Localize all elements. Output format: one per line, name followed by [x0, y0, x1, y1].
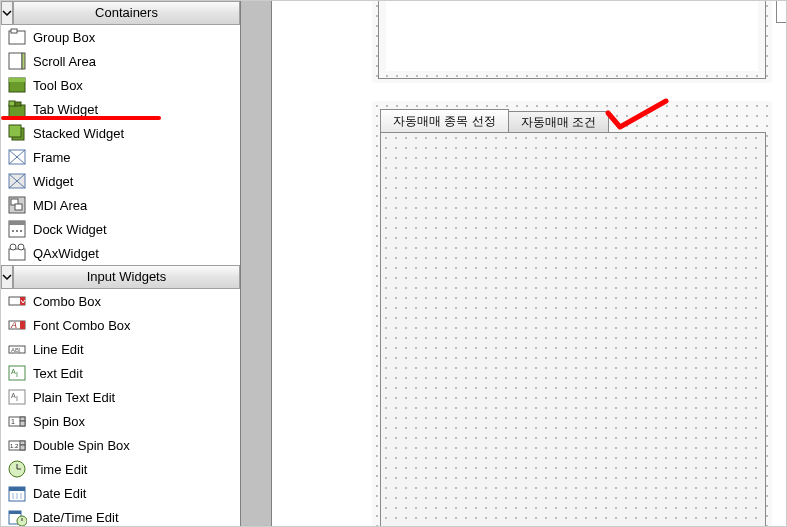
widget-item-groupbox[interactable]: Group Box — [1, 25, 240, 49]
svg-rect-58 — [9, 511, 21, 514]
widget-item-label: Spin Box — [33, 414, 85, 429]
widget-item-widget[interactable]: Widget — [1, 169, 240, 193]
widget-icon — [7, 171, 27, 191]
category-title: Input Widgets — [87, 269, 167, 284]
svg-rect-47 — [20, 441, 25, 445]
time-icon — [7, 459, 27, 479]
widget-item-mdiarea[interactable]: MDI Area — [1, 193, 240, 217]
widget-item-label: Line Edit — [33, 342, 84, 357]
svg-text:A: A — [10, 320, 17, 330]
tab-label: 자동매매 종목 선정 — [393, 114, 496, 128]
svg-rect-48 — [20, 445, 25, 450]
textedit-icon: AI — [7, 363, 27, 383]
widget-item-datetime[interactable]: Date/Time Edit — [1, 505, 240, 527]
svg-rect-43 — [20, 417, 25, 421]
existing-widget-inner — [386, 0, 758, 71]
widget-box-panel: Containers Group BoxScroll AreaTool BoxT… — [1, 1, 240, 527]
widget-item-stacked[interactable]: Stacked Widget — [1, 121, 240, 145]
widget-item-label: Frame — [33, 150, 71, 165]
widget-item-date[interactable]: Date Edit — [1, 481, 240, 505]
svg-text:I: I — [16, 395, 18, 402]
category-collapse-button-containers[interactable] — [1, 1, 13, 25]
widget-item-label: Double Spin Box — [33, 438, 130, 453]
svg-rect-25 — [9, 249, 25, 260]
widget-item-spin[interactable]: 1Spin Box — [1, 409, 240, 433]
svg-rect-10 — [9, 125, 21, 137]
widget-item-combo[interactable]: Combo Box — [1, 289, 240, 313]
widget-item-label: QAxWidget — [33, 246, 99, 261]
tab-page[interactable] — [380, 132, 766, 527]
widget-item-dspin[interactable]: 1.2Double Spin Box — [1, 433, 240, 457]
widget-item-label: Tool Box — [33, 78, 83, 93]
frame-icon — [7, 147, 27, 167]
svg-rect-19 — [15, 204, 22, 210]
widget-item-scrollarea[interactable]: Scroll Area — [1, 49, 240, 73]
annotation-underline — [1, 116, 161, 120]
svg-rect-53 — [9, 487, 25, 491]
dockwidget-icon — [7, 219, 27, 239]
widget-item-plaintext[interactable]: AIPlain Text Edit — [1, 385, 240, 409]
widget-list-inputwidgets: Combo BoxAFont Combo BoxAB|Line EditAITe… — [1, 289, 240, 527]
widget-item-dockwidget[interactable]: Dock Widget — [1, 217, 240, 241]
widget-item-textedit[interactable]: AIText Edit — [1, 361, 240, 385]
spin-icon: 1 — [7, 411, 27, 431]
widget-item-label: Stacked Widget — [33, 126, 124, 141]
widget-item-toolbox[interactable]: Tool Box — [1, 73, 240, 97]
widget-item-label: Group Box — [33, 30, 95, 45]
stacked-icon — [7, 123, 27, 143]
widget-item-label: Time Edit — [33, 462, 87, 477]
svg-rect-8 — [15, 102, 21, 106]
category-title: Containers — [95, 5, 158, 20]
form-design-canvas[interactable]: 자동매매 종목 선정 자동매매 조건 — [272, 1, 786, 527]
svg-rect-21 — [9, 221, 25, 225]
svg-point-24 — [20, 230, 22, 232]
tab-label: 자동매매 조건 — [521, 115, 596, 129]
svg-rect-44 — [20, 421, 25, 426]
widget-item-label: Widget — [33, 174, 73, 189]
splitter-gutter[interactable] — [240, 1, 272, 527]
svg-point-27 — [18, 244, 24, 250]
svg-text:1: 1 — [11, 418, 15, 425]
svg-text:AB|: AB| — [11, 347, 21, 353]
svg-rect-3 — [22, 53, 25, 69]
widget-item-label: Text Edit — [33, 366, 83, 381]
svg-point-22 — [12, 230, 14, 232]
tab-bar: 자동매매 종목 선정 자동매매 조건 — [380, 109, 764, 132]
svg-point-23 — [16, 230, 18, 232]
category-collapse-button-inputwidgets[interactable] — [1, 265, 13, 289]
category-header-inputwidgets[interactable]: Input Widgets — [13, 265, 240, 289]
widget-item-time[interactable]: Time Edit — [1, 457, 240, 481]
widget-item-label: Dock Widget — [33, 222, 107, 237]
clipped-frame-fragment — [776, 1, 786, 23]
widget-item-fontcombo[interactable]: AFont Combo Box — [1, 313, 240, 337]
combo-icon — [7, 291, 27, 311]
fontcombo-icon: A — [7, 315, 27, 335]
toolbox-icon — [7, 75, 27, 95]
svg-text:1.2: 1.2 — [10, 443, 19, 449]
widget-item-label: Date Edit — [33, 486, 86, 501]
widget-item-lineedit[interactable]: AB|Line Edit — [1, 337, 240, 361]
groupbox-icon — [7, 27, 27, 47]
widget-item-label: Date/Time Edit — [33, 510, 119, 525]
datetime-icon — [7, 507, 27, 527]
widget-item-frame[interactable]: Frame — [1, 145, 240, 169]
widget-item-label: Combo Box — [33, 294, 101, 309]
mdiarea-icon — [7, 195, 27, 215]
svg-text:I: I — [16, 371, 18, 378]
widget-item-label: MDI Area — [33, 198, 87, 213]
tab-auto-stock-select[interactable]: 자동매매 종목 선정 — [380, 109, 509, 133]
category-header-containers[interactable]: Containers — [13, 1, 240, 25]
svg-rect-5 — [9, 78, 25, 82]
qax-icon — [7, 243, 27, 263]
widget-list-containers: Group BoxScroll AreaTool BoxTab WidgetSt… — [1, 25, 240, 265]
plaintext-icon: AI — [7, 387, 27, 407]
svg-rect-1 — [11, 29, 17, 33]
widget-item-label: Scroll Area — [33, 54, 96, 69]
tab-widget[interactable]: 자동매매 종목 선정 자동매매 조건 — [380, 109, 764, 527]
widget-item-label: Tab Widget — [33, 102, 98, 117]
widget-item-label: Font Combo Box — [33, 318, 131, 333]
tab-auto-condition[interactable]: 자동매매 조건 — [508, 111, 609, 133]
date-icon — [7, 483, 27, 503]
widget-item-qax[interactable]: QAxWidget — [1, 241, 240, 265]
widget-item-label: Plain Text Edit — [33, 390, 115, 405]
